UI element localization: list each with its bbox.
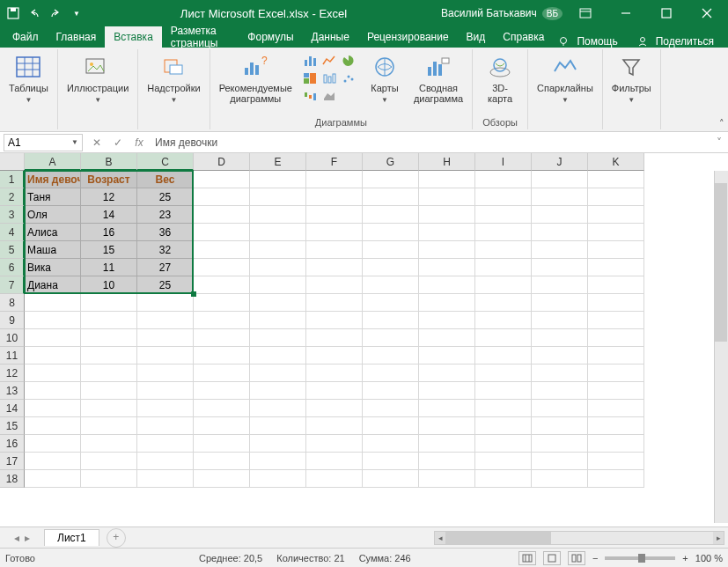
cell[interactable] <box>137 294 194 312</box>
cell[interactable] <box>588 400 644 417</box>
cell[interactable]: Таня <box>25 188 81 206</box>
cell[interactable]: 23 <box>137 206 194 224</box>
cell[interactable] <box>306 312 363 329</box>
cell[interactable]: 27 <box>137 259 194 276</box>
cell[interactable] <box>419 329 475 347</box>
cell[interactable]: 25 <box>137 188 194 206</box>
cell[interactable] <box>532 206 588 224</box>
cell[interactable] <box>419 435 475 453</box>
cell[interactable] <box>81 382 137 400</box>
page-break-view-icon[interactable] <box>568 551 585 565</box>
collapse-ribbon-icon[interactable]: ˄ <box>719 118 724 129</box>
cell[interactable] <box>532 224 588 241</box>
column-header[interactable]: K <box>588 153 644 171</box>
tab-help[interactable]: Справка <box>494 26 553 48</box>
column-header[interactable]: G <box>363 153 419 171</box>
cell[interactable] <box>363 188 419 206</box>
cell[interactable]: 14 <box>81 206 137 224</box>
normal-view-icon[interactable] <box>518 551 536 565</box>
cell[interactable] <box>250 224 306 241</box>
cell[interactable] <box>419 259 475 276</box>
column-header[interactable]: J <box>532 153 588 171</box>
cell[interactable] <box>588 241 644 259</box>
cell[interactable] <box>532 171 588 188</box>
cell[interactable] <box>475 453 532 470</box>
undo-icon[interactable] <box>25 4 44 23</box>
enter-formula-icon[interactable]: ✓ <box>107 136 129 149</box>
statistic-chart-icon[interactable] <box>320 70 338 86</box>
formula-input[interactable] <box>150 134 710 151</box>
cell[interactable] <box>588 171 644 188</box>
row-header[interactable]: 17 <box>0 453 25 470</box>
cell[interactable] <box>363 347 419 364</box>
cell[interactable] <box>250 241 306 259</box>
cell[interactable] <box>363 224 419 241</box>
row-header[interactable]: 15 <box>0 417 25 435</box>
maximize-button[interactable] <box>649 0 684 26</box>
cell[interactable] <box>588 453 644 470</box>
cell[interactable] <box>137 329 194 347</box>
cell[interactable]: 12 <box>81 188 137 206</box>
cell[interactable] <box>250 364 306 382</box>
cell[interactable] <box>137 312 194 329</box>
cell[interactable] <box>588 435 644 453</box>
cell[interactable] <box>475 347 532 364</box>
cell[interactable] <box>306 382 363 400</box>
cell[interactable] <box>81 470 137 488</box>
cell[interactable] <box>81 347 137 364</box>
waterfall-chart-icon[interactable] <box>301 88 319 104</box>
row-header[interactable]: 3 <box>0 206 25 224</box>
cell[interactable] <box>419 206 475 224</box>
zoom-out-icon[interactable]: − <box>592 553 598 563</box>
cell[interactable] <box>194 435 250 453</box>
cell[interactable] <box>137 382 194 400</box>
cell[interactable] <box>419 224 475 241</box>
cell[interactable] <box>532 382 588 400</box>
cell[interactable] <box>137 417 194 435</box>
selection-handle[interactable] <box>191 291 196 297</box>
cell[interactable] <box>588 259 644 276</box>
cell[interactable] <box>194 241 250 259</box>
cell[interactable] <box>81 435 137 453</box>
tab-view[interactable]: Вид <box>458 26 495 48</box>
cell[interactable] <box>588 364 644 382</box>
cell[interactable] <box>194 329 250 347</box>
expand-formula-bar-icon[interactable]: ˅ <box>710 136 728 149</box>
column-chart-icon[interactable] <box>301 53 319 69</box>
row-header[interactable]: 9 <box>0 312 25 329</box>
cell[interactable]: Маша <box>25 241 81 259</box>
tab-file[interactable]: Файл <box>4 26 48 48</box>
cell[interactable] <box>588 470 644 488</box>
cell[interactable] <box>419 453 475 470</box>
cancel-formula-icon[interactable]: ✕ <box>86 136 107 149</box>
scroll-left-icon[interactable]: ◂ <box>435 532 445 544</box>
row-header[interactable]: 11 <box>0 347 25 364</box>
cell[interactable] <box>588 206 644 224</box>
row-header[interactable]: 10 <box>0 329 25 347</box>
tell-me[interactable]: Помощь <box>553 35 628 48</box>
cell[interactable] <box>250 276 306 294</box>
row-header[interactable]: 4 <box>0 224 25 241</box>
pivot-chart-button[interactable]: Сводная диаграмма <box>410 51 467 106</box>
row-header[interactable]: 18 <box>0 470 25 488</box>
cell[interactable] <box>25 364 81 382</box>
cell[interactable] <box>532 312 588 329</box>
cell[interactable] <box>25 312 81 329</box>
scrollbar-thumb[interactable] <box>715 183 727 342</box>
cell[interactable] <box>250 347 306 364</box>
cell[interactable] <box>363 259 419 276</box>
share-button[interactable]: Поделиться <box>632 35 724 48</box>
cell[interactable] <box>194 470 250 488</box>
cell[interactable] <box>419 400 475 417</box>
cell[interactable] <box>81 294 137 312</box>
cell[interactable] <box>137 453 194 470</box>
row-header[interactable]: 16 <box>0 435 25 453</box>
cell[interactable] <box>588 276 644 294</box>
cell[interactable] <box>250 188 306 206</box>
cell[interactable] <box>25 347 81 364</box>
cell[interactable] <box>306 364 363 382</box>
row-header[interactable]: 5 <box>0 241 25 259</box>
cell[interactable] <box>475 206 532 224</box>
cell[interactable] <box>363 312 419 329</box>
cell[interactable] <box>475 400 532 417</box>
